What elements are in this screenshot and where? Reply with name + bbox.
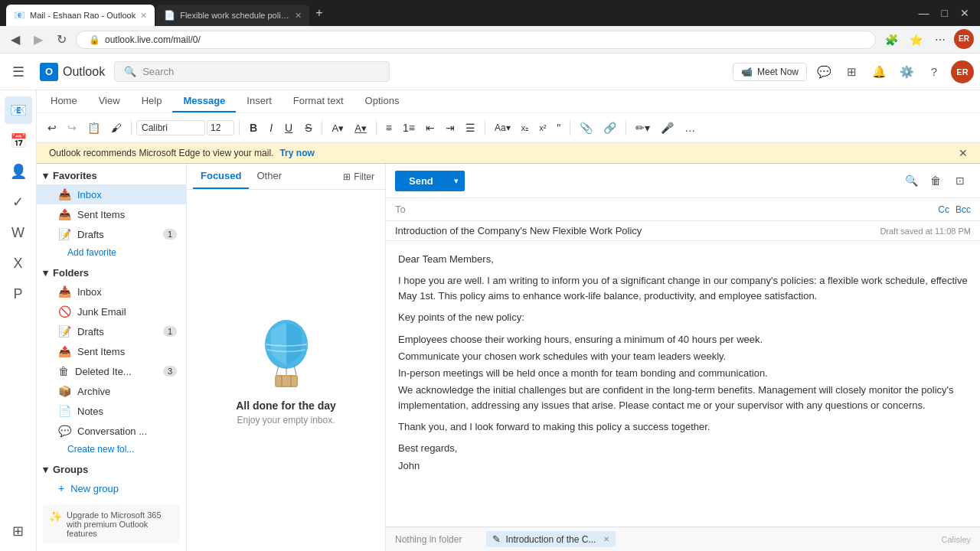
browser-profile-avatar[interactable]: ER [954,29,974,49]
settings-icon[interactable]: ⚙️ [896,61,917,83]
meet-now-button[interactable]: 📹 Meet Now [733,63,807,81]
browser-menu-icon[interactable]: ⋯ [929,29,951,51]
align-button[interactable]: ☰ [461,119,480,136]
apps-icon[interactable]: ⊞ [841,61,862,83]
compose-draft-tab[interactable]: ✎ Introduction of the C... ✕ [486,531,616,547]
compose-tab-close[interactable]: ✕ [603,535,609,543]
strikethrough-button[interactable]: S [299,119,317,136]
undo-button[interactable]: ↩ [43,119,61,136]
link-button[interactable]: 🔗 [599,119,621,136]
rail-checkmark-icon[interactable]: ✓ [5,188,32,216]
rail-apps-icon[interactable]: ⊞ [5,517,32,545]
send-dropdown-button[interactable]: ▾ [447,171,465,191]
rail-powerpoint-icon[interactable]: P [5,280,32,308]
compose-discard-icon[interactable]: 🗑 [925,170,946,191]
clipboard-button[interactable]: 📋 [83,119,105,136]
font-selector[interactable] [136,120,205,135]
maximize-button[interactable]: □ [937,7,952,19]
help-icon[interactable]: ? [923,61,945,83]
groups-header[interactable]: ▾ Groups [37,461,186,478]
menu-tab-options[interactable]: Options [354,90,410,112]
compose-body[interactable]: Dear Team Members, I hope you are well. … [386,241,980,527]
styles-button[interactable]: Aa▾ [490,120,515,135]
focused-tab[interactable]: Focused [193,164,249,189]
upgrade-box[interactable]: ✨ Upgrade to Microsoft 365 with premium … [43,504,180,544]
user-avatar[interactable]: ER [951,60,974,83]
rail-word-icon[interactable]: W [5,219,32,246]
address-bar[interactable]: 🔒 outlook.live.com/mail/0/ [76,31,876,49]
create-new-folder-link[interactable]: Create new fol... [37,441,186,458]
compose-search-icon[interactable]: 🔍 [900,170,922,191]
mic-button[interactable]: 🎤 [656,119,678,136]
rail-contacts-icon[interactable]: 👤 [5,158,32,185]
tab-close-2[interactable]: ✕ [295,11,302,21]
underline-button[interactable]: U [279,119,298,136]
subscript-button[interactable]: x₂ [517,121,534,135]
search-bar[interactable]: 🔍 Search [114,61,390,82]
sidebar-item-conversation[interactable]: 💬 Conversation ... [37,421,186,441]
sidebar-item-drafts-fav[interactable]: 📝 Drafts 1 [37,224,186,244]
sidebar-item-drafts[interactable]: 📝 Drafts 1 [37,321,186,341]
menu-tab-help[interactable]: Help [131,90,173,112]
subject-input[interactable] [395,225,874,236]
more-button[interactable]: … [680,119,700,136]
attach-button[interactable]: 📎 [575,119,597,136]
font-color-button[interactable]: A▾ [350,120,371,136]
filter-button[interactable]: ⊞ Filter [338,168,379,185]
refresh-button[interactable]: ↻ [52,29,71,50]
sidebar-item-notes[interactable]: 📄 Notes [37,401,186,421]
send-button[interactable]: Send [395,171,447,191]
tab-inactive[interactable]: 📄 Flexible work schedule policy. ✕ [156,5,309,26]
indent-increase-button[interactable]: ⇥ [441,119,459,136]
compose-popout-icon[interactable]: ⊡ [949,170,971,191]
bullets-button[interactable]: ≡ [381,119,397,136]
back-button[interactable]: ◀ [6,29,24,50]
numbering-button[interactable]: 1≡ [398,119,420,136]
superscript-button[interactable]: x² [534,121,550,135]
sidebar-item-archive[interactable]: 📦 Archive [37,381,186,401]
new-tab-button[interactable]: + [311,6,327,20]
pen-button[interactable]: ✏▾ [631,119,655,136]
notifications-icon[interactable]: 🔔 [868,61,890,83]
menu-tab-view[interactable]: View [88,90,131,112]
rail-mail-icon[interactable]: 📧 [5,96,32,124]
folders-header[interactable]: ▾ Folders [37,264,186,282]
tab-close-1[interactable]: ✕ [140,11,147,21]
sidebar-item-sent-fav[interactable]: 📤 Sent Items [37,204,186,224]
skype-icon[interactable]: 💬 [813,61,835,83]
favorites-header[interactable]: ▾ Favorites [37,167,186,184]
sidebar-item-inbox[interactable]: 📥 Inbox [37,282,186,302]
cc-link[interactable]: Cc [938,204,949,215]
bold-button[interactable]: B [244,119,263,136]
redo-button[interactable]: ↪ [63,119,81,136]
quote-button[interactable]: " [552,119,565,136]
menu-tab-message[interactable]: Message [172,90,236,112]
close-button[interactable]: ✕ [956,7,974,19]
extensions-icon[interactable]: 🧩 [880,29,902,51]
format-painter-button[interactable]: 🖌 [106,119,126,136]
to-input[interactable] [416,202,938,217]
favorites-icon[interactable]: ⭐ [905,29,926,51]
add-favorite-link[interactable]: Add favorite [37,244,186,261]
sidebar-item-junk[interactable]: 🚫 Junk Email [37,302,186,321]
menu-tab-home[interactable]: Home [40,90,88,112]
other-tab[interactable]: Other [249,164,289,189]
menu-tab-insert[interactable]: Insert [236,90,283,112]
sidebar-item-deleted[interactable]: 🗑 Deleted Ite... 3 [37,361,186,381]
menu-tab-format[interactable]: Format text [283,90,354,112]
try-now-link[interactable]: Try now [279,148,314,158]
indent-decrease-button[interactable]: ⇤ [421,119,439,136]
hamburger-menu[interactable]: ☰ [6,60,31,84]
forward-button[interactable]: ▶ [29,29,47,50]
rail-excel-icon[interactable]: X [5,249,32,277]
sidebar-item-inbox-fav[interactable]: 📥 Inbox [37,184,186,204]
highlight-button[interactable]: A▾ [327,120,348,136]
sidebar-item-sent[interactable]: 📤 Sent Items [37,341,186,361]
font-size-input[interactable] [207,120,234,135]
sidebar-item-new-group[interactable]: + New group [37,478,186,498]
bcc-link[interactable]: Bcc [956,204,971,215]
rail-calendar-icon[interactable]: 📅 [5,127,32,155]
notification-close[interactable]: ✕ [959,147,968,159]
italic-button[interactable]: I [264,119,278,136]
minimize-button[interactable]: — [914,7,934,19]
